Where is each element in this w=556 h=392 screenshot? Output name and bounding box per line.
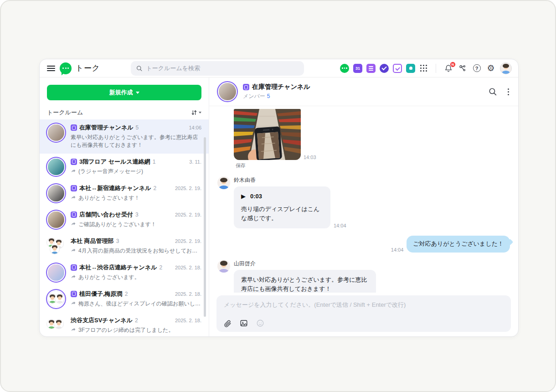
play-icon[interactable]: ▶ [241,192,246,201]
room-last-time: 14:06 [186,125,201,130]
talk-room-item[interactable]: 植田優子,梅原潤 2 2025. 2. 18. 梅原さん、後ほどディスプレイの確… [40,286,209,312]
talk-room-item[interactable]: 本社↔渋谷店連絡チャンネル 2 2025. 2. 18. ありがとうございます。 [40,259,209,286]
forward-arrow-icon [71,248,76,253]
chat-search-icon[interactable] [489,88,497,96]
service-talk-icon[interactable] [340,64,349,73]
room-last-time: 2025. 2. 19. [172,238,201,244]
sort-order-control[interactable] [191,109,201,116]
room-member-count: 2 [160,264,163,271]
organization-icon[interactable] [458,63,468,73]
shared-photo-supermarket-aisle[interactable] [234,109,301,160]
line-works-talk-window: トーク 31 [39,59,519,337]
room-title: 植田優子,梅原潤 [79,290,123,298]
chat-column: 在庫管理チャンネル メンバー5 [209,77,518,336]
channel-badge-icon [71,124,77,131]
talk-room-search[interactable] [131,61,304,76]
room-title: 在庫管理チャンネル [79,124,134,132]
room-avatar [48,211,64,228]
channel-badge-icon [71,264,77,271]
sender-name: 鈴木由香 [234,176,346,184]
notification-bell-icon[interactable]: N [443,63,453,73]
message-list: 14:03 保存 鈴木由香 [209,106,518,293]
main-area: 新規作成 トークルーム 在庫管理チャンネル 5 14 [40,77,518,336]
notification-badge: N [450,62,456,67]
room-member-count: 5 [136,124,139,131]
service-calendar-icon[interactable]: 31 [353,64,362,73]
channel-badge-icon [71,185,77,191]
service-task-icon[interactable] [380,64,389,73]
room-member-count: 2 [135,317,138,324]
attach-image-icon[interactable] [240,319,248,327]
sidebar-scrollbar[interactable] [204,137,206,317]
room-preview-text: 素早い対応ありがとうございます。参考に恵比寿店にも画像共有しておきます！ [71,134,201,150]
room-member-count: 1 [153,159,156,165]
talk-room-item[interactable]: 本社↔新宿連絡チャンネル 2 2025. 2. 19. ありがとうございます！ [40,180,209,206]
channel-badge-icon [71,159,77,165]
forward-arrow-icon [71,274,76,279]
room-member-count: 3 [116,238,119,244]
hamburger-menu-icon[interactable] [47,66,55,71]
room-last-time: 2025. 2. 18. [172,265,201,270]
room-title: 店舗問い合わせ受付 [79,211,133,219]
room-avatar [48,159,64,175]
message-input[interactable] [224,301,504,315]
app-grid-icon[interactable] [419,64,428,73]
incoming-message-bubble: 素早い対応ありがとうございます。参考に恵比寿店にも画像共有しておきます！ [234,270,376,293]
talk-room-list: 在庫管理チャンネル 5 14:06 素早い対応ありがとうございます。参考に恵比寿… [40,119,209,336]
room-preview-text: ありがとうございます！ [78,194,140,202]
search-icon [136,65,142,72]
search-input[interactable] [146,65,299,72]
service-form-icon[interactable] [393,64,402,73]
audio-player[interactable]: ▶ 0:03 [241,192,323,201]
new-create-button[interactable]: 新規作成 [47,85,201,100]
room-preview-text: ご確認ありがとうございます！ [78,221,156,228]
service-board-icon[interactable] [366,64,376,73]
room-title: 本社↔新宿連絡チャンネル [79,184,151,192]
talk-room-item[interactable]: 本社 商品管理部 3 2025. 2. 19. 4月入荷の新商品の受注状況をお知… [40,233,209,259]
room-title: 渋谷支店SVチャンネル [71,316,133,325]
channel-badge-icon [243,84,249,90]
group-member-face [55,294,65,304]
screenshot-frame: トーク 31 [0,0,556,392]
chat-header: 在庫管理チャンネル メンバー5 [209,77,518,106]
chat-title: 在庫管理チャンネル [252,83,310,91]
talk-room-item[interactable]: 在庫管理チャンネル 5 14:06 素早い対応ありがとうございます。参考に恵比寿… [40,119,209,154]
talk-room-item[interactable]: 店舗問い合わせ受付 3 2025. 2. 19. ご確認ありがとうございます！ [40,206,209,233]
message-time: 14:03 [304,155,316,160]
settings-gear-icon[interactable]: ⚙ [486,63,496,73]
room-avatar [48,185,64,201]
talk-room-item[interactable]: 3階フロア セールス連絡網 1 3. 11. (ラジャー音声メッセージ) [40,154,209,180]
room-avatar [48,124,64,141]
channel-avatar[interactable] [219,83,236,100]
room-avatar [47,316,65,335]
talk-room-item[interactable]: 渋谷支店SVチャンネル 2 2025. 2. 18. 3Fフロアのレジ締めは完了… [40,312,209,336]
service-contacts-icon[interactable] [406,64,415,73]
message-text: 売り場のディスプレイはこんな感じです。 [241,205,323,223]
topbar-divider [436,64,436,73]
chat-menu-kebab-icon[interactable] [507,88,510,96]
audio-message-bubble: ▶ 0:03 売り場のディスプレイはこんな感じです。 [234,186,330,228]
room-preview-text: 4月入荷の新商品の受注状況をお知らせしておきますね！ [78,247,201,255]
channel-badge-icon [71,291,77,297]
topbar-icons: 31 N ? [340,62,512,74]
message-time: 14:04 [391,247,404,253]
save-image-link[interactable]: 保存 [236,162,246,169]
profile-avatar[interactable] [500,62,512,74]
avatar-suzuki[interactable] [217,176,230,189]
room-preview-text: ありがとうございます。 [78,273,140,281]
room-last-time: 2025. 2. 19. [172,212,201,217]
group-member-face [54,319,64,329]
sender-name: 山田啓介 [234,260,392,268]
global-topbar: トーク 31 [40,59,518,77]
emoji-icon[interactable] [256,319,264,327]
app-title: トーク [76,63,100,73]
channel-badge-icon [71,211,77,218]
help-icon[interactable]: ? [472,63,482,73]
attach-file-icon[interactable] [224,320,232,327]
audio-duration: 0:03 [250,192,262,201]
room-avatar [48,264,64,281]
member-count[interactable]: メンバー5 [243,93,310,100]
avatar-yamada[interactable] [217,260,230,273]
room-member-count: 2 [154,185,157,191]
forward-arrow-icon [71,300,76,306]
